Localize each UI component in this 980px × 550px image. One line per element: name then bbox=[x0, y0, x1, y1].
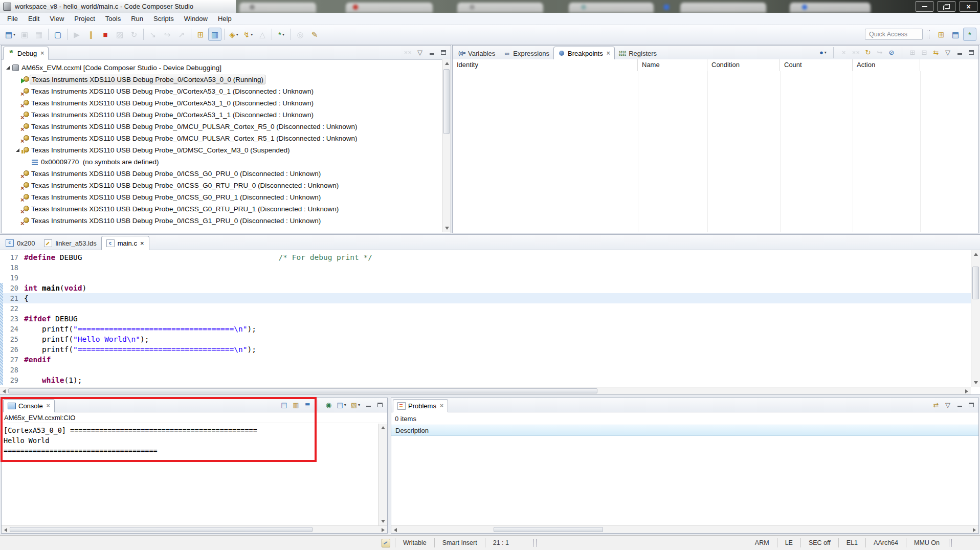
code-line[interactable]: 28 bbox=[0, 365, 971, 375]
tree-row[interactable]: Texas Instruments XDS110 USB Debug Probe… bbox=[2, 133, 442, 144]
code-line[interactable]: 23#ifdef DEBUG bbox=[0, 314, 971, 324]
minimize-button[interactable] bbox=[428, 49, 435, 57]
quick-access-input[interactable]: Quick Access bbox=[865, 29, 923, 40]
open-element-button[interactable]: ▢ bbox=[51, 28, 64, 41]
problems-hscrollbar[interactable] bbox=[391, 525, 978, 533]
menu-window[interactable]: Window bbox=[179, 15, 213, 23]
menu-tools[interactable]: Tools bbox=[100, 15, 126, 23]
refresh-button[interactable]: ↻ bbox=[127, 28, 141, 41]
column-header-identity[interactable]: Identity bbox=[453, 59, 638, 71]
console-output[interactable]: [CortexA53_0_0] ========================… bbox=[2, 424, 378, 525]
menu-help[interactable]: Help bbox=[213, 15, 237, 23]
new-wizard-button[interactable]: ▤▾ bbox=[4, 28, 17, 41]
tree-row[interactable]: 0x00009770 (no symbols are defined) bbox=[2, 156, 442, 168]
annotate-button[interactable]: ✎ bbox=[308, 28, 321, 41]
scrollbar-thumb[interactable] bbox=[10, 527, 313, 532]
close-tab-icon[interactable]: × bbox=[40, 50, 44, 57]
collapse-all-button[interactable]: ⊟ bbox=[921, 49, 928, 57]
tab-console[interactable]: Console × bbox=[3, 399, 55, 412]
tab-variables[interactable]: (x)=Variables bbox=[454, 47, 499, 60]
clear-console-button[interactable]: ▤ bbox=[280, 401, 287, 409]
tree-row[interactable]: Texas Instruments XDS110 USB Debug Probe… bbox=[2, 109, 442, 121]
display-console-button[interactable]: ▤▾ bbox=[337, 401, 346, 409]
scrollbar-thumb[interactable] bbox=[972, 267, 979, 299]
go-to-file-button[interactable]: ↪ bbox=[876, 49, 883, 57]
editor-vscrollbar[interactable] bbox=[971, 250, 980, 387]
profile-button[interactable]: ◎ bbox=[294, 28, 307, 41]
registers-grid-button[interactable]: ⊞ bbox=[194, 28, 207, 41]
maximize-button[interactable] bbox=[376, 401, 384, 409]
menu-project[interactable]: Project bbox=[69, 15, 100, 23]
close-tab-icon[interactable]: × bbox=[140, 239, 144, 247]
menu-edit[interactable]: Edit bbox=[23, 15, 44, 23]
close-button[interactable]: × bbox=[960, 1, 977, 12]
minimize-button[interactable] bbox=[916, 1, 933, 12]
tab-problems[interactable]: Problems × bbox=[393, 399, 448, 412]
code-line[interactable]: 18 bbox=[0, 262, 971, 273]
scroll-lock-button[interactable]: ▥ bbox=[292, 401, 299, 409]
flash-button[interactable]: ↯▾ bbox=[241, 28, 255, 41]
close-tab-icon[interactable]: × bbox=[607, 50, 610, 57]
tree-row[interactable]: Texas Instruments XDS110 USB Debug Probe… bbox=[2, 85, 442, 97]
minimize-button[interactable] bbox=[956, 401, 963, 409]
close-tab-icon[interactable]: × bbox=[47, 402, 50, 409]
scrollbar-thumb[interactable] bbox=[494, 527, 603, 532]
column-header-name[interactable]: Name bbox=[638, 59, 707, 71]
debug-scrollbar[interactable] bbox=[442, 59, 451, 232]
suspend-button[interactable]: ∥ bbox=[84, 28, 98, 41]
pin-console-button[interactable]: ◉ bbox=[325, 401, 332, 409]
link-with-debug-button[interactable]: ⇆ bbox=[932, 49, 940, 57]
new-breakpoint-button[interactable]: ●▾ bbox=[819, 49, 827, 57]
column-header-count[interactable]: Count bbox=[780, 59, 853, 71]
step-into-button[interactable]: ↘ bbox=[146, 28, 160, 41]
menu-file[interactable]: File bbox=[2, 15, 23, 23]
problems-description-column[interactable]: Description bbox=[391, 425, 978, 436]
tab-breakpoints[interactable]: Breakpoints× bbox=[553, 47, 615, 60]
terminate-button[interactable]: ■ bbox=[99, 28, 112, 41]
scrollbar-thumb[interactable] bbox=[443, 69, 450, 134]
code-line[interactable]: 27#endif bbox=[0, 355, 971, 365]
code-line[interactable]: 29 while(1); bbox=[0, 375, 971, 385]
tree-row[interactable]: Texas Instruments XDS110 USB Debug Probe… bbox=[2, 97, 442, 109]
watch-button[interactable]: ◈▾ bbox=[227, 28, 240, 41]
menu-run[interactable]: Run bbox=[126, 15, 148, 23]
tab-expressions[interactable]: ∞Expressions bbox=[499, 47, 553, 60]
new-debug-button[interactable]: *▾ bbox=[275, 28, 288, 41]
minimize-button[interactable] bbox=[956, 49, 963, 57]
tab-registers[interactable]: 10100101Registers bbox=[615, 47, 661, 60]
code-line[interactable]: 19 bbox=[0, 273, 971, 283]
tree-row[interactable]: Texas Instruments XDS110 USB Debug Probe… bbox=[2, 180, 442, 191]
memory-view-button[interactable]: ▥ bbox=[208, 28, 221, 41]
save-all-button[interactable]: ▦ bbox=[32, 28, 46, 41]
tree-row[interactable]: Texas Instruments XDS110 USB Debug Probe… bbox=[2, 203, 442, 215]
editor-tab-linker-a53-lds[interactable]: linker_a53.lds bbox=[39, 236, 101, 250]
tree-row[interactable]: Texas Instruments XDS110 USB Debug Probe… bbox=[2, 144, 442, 156]
console-vscrollbar[interactable] bbox=[378, 424, 387, 525]
view-menu-button[interactable]: ▽ bbox=[416, 49, 424, 57]
expander-icon[interactable] bbox=[14, 148, 21, 152]
skip-all-breakpoints-button[interactable]: ⊘ bbox=[888, 49, 895, 57]
view-menu-button[interactable]: ▽ bbox=[944, 401, 951, 409]
editor-hscrollbar[interactable] bbox=[0, 387, 971, 394]
ccs-edit-perspective-button[interactable]: ▤ bbox=[949, 28, 962, 41]
code-line[interactable]: 25 printf("Hello World\n"); bbox=[0, 334, 971, 344]
console-hscrollbar[interactable] bbox=[2, 525, 387, 533]
resume-button[interactable]: ▶ bbox=[70, 28, 83, 41]
code-line[interactable]: 17#define DEBUG /* For debug print */ bbox=[0, 252, 971, 262]
tree-row[interactable]: Texas Instruments XDS110 USB Debug Probe… bbox=[2, 168, 442, 180]
tree-row[interactable]: Texas Instruments XDS110 USB Debug Probe… bbox=[2, 74, 442, 85]
refresh-breakpoints-button[interactable]: ↻ bbox=[864, 49, 872, 57]
tree-row[interactable]: Texas Instruments XDS110 USB Debug Probe… bbox=[2, 121, 442, 133]
code-line[interactable]: 26 printf("=============================… bbox=[0, 344, 971, 355]
column-header-action[interactable]: Action bbox=[853, 59, 920, 71]
menu-scripts[interactable]: Scripts bbox=[148, 15, 179, 23]
expander-icon[interactable] bbox=[5, 66, 11, 70]
editor-tab-0x200[interactable]: 0x200 bbox=[1, 236, 39, 250]
minimize-button[interactable] bbox=[365, 401, 372, 409]
disconnect-button[interactable]: ▨ bbox=[113, 28, 126, 41]
remove-all-breakpoints-button[interactable]: ×× bbox=[852, 49, 860, 57]
save-button[interactable]: ▣ bbox=[18, 28, 31, 41]
maximize-button[interactable] bbox=[968, 49, 975, 57]
open-console-button[interactable]: ▧▾ bbox=[351, 401, 360, 409]
close-tab-icon[interactable]: × bbox=[440, 402, 443, 409]
